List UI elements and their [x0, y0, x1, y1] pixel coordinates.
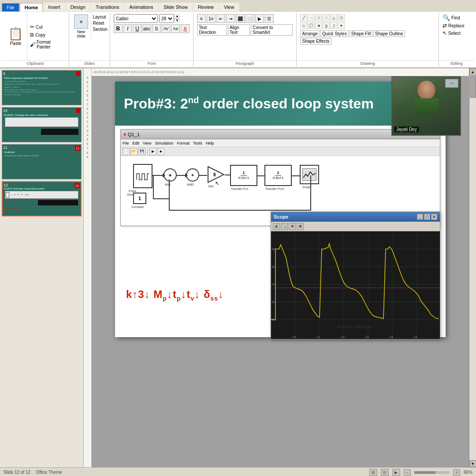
replace-button[interactable]: ⇄ Replace: [443, 22, 471, 29]
shape-line[interactable]: ╱: [300, 14, 307, 21]
zoom-in-button[interactable]: +: [453, 469, 460, 476]
sim-menu-simulation[interactable]: Simulation: [155, 141, 173, 145]
shape-rect[interactable]: □: [315, 14, 322, 21]
align-left-button[interactable]: ⬛: [236, 14, 245, 23]
sim-tb-save[interactable]: 💾: [138, 148, 145, 155]
decrease-indent-button[interactable]: ⇤: [216, 14, 225, 23]
scope-minimize-button[interactable]: _: [417, 214, 423, 220]
slide-canvas-area: Prob#3: 2nd order closed loop system 12 …: [92, 76, 469, 467]
shape-arrow[interactable]: →: [308, 14, 315, 21]
tab-review[interactable]: Review: [193, 3, 219, 11]
scope-tb-autoscale[interactable]: ⊞: [297, 223, 304, 230]
quick-styles-button[interactable]: Quick Styles: [320, 30, 349, 37]
convert-smartart-button[interactable]: Convert to SmartArt: [251, 24, 293, 36]
shape-callout[interactable]: 💬: [308, 22, 315, 29]
bullet-list-button[interactable]: ≡: [197, 14, 206, 23]
shape-oval[interactable]: ○: [323, 14, 330, 21]
align-right-button[interactable]: ▶: [255, 14, 264, 23]
paste-button[interactable]: 📋 Paste: [4, 13, 27, 60]
shape-fill-button[interactable]: Shape Fill: [350, 30, 372, 37]
block-add: +: [164, 168, 177, 182]
sim-tb-open[interactable]: 📂: [130, 148, 138, 155]
justify-button[interactable]: ☰: [265, 14, 274, 23]
numbered-list-button[interactable]: 1≡: [207, 14, 216, 23]
tab-slideshow[interactable]: Slide Show: [159, 3, 193, 11]
view-slide-sorter-button[interactable]: ⊟: [381, 469, 389, 476]
status-bar: Slide 12 of 12 Office Theme ⊞ ⊟ ▶ − + 66…: [0, 467, 476, 476]
slide-thumb-10[interactable]: 10 Prob#2: Change the time constants: [2, 107, 82, 142]
sim-tb-new[interactable]: 📄: [123, 148, 130, 155]
status-right: ⊞ ⊟ ▶ − + 66%: [369, 469, 472, 476]
find-button[interactable]: 🔍 Find: [443, 14, 471, 21]
align-center-button[interactable]: ⬜: [245, 14, 254, 23]
tab-file[interactable]: File: [2, 3, 19, 11]
layout-button[interactable]: Layout: [93, 15, 108, 19]
shape-diamond[interactable]: ◇: [300, 22, 307, 29]
font-color-button[interactable]: A: [181, 24, 190, 33]
tab-transitions[interactable]: Transitions: [91, 3, 124, 11]
view-normal-button[interactable]: ⊞: [369, 469, 377, 476]
select-button[interactable]: ↖ Select: [443, 30, 471, 36]
align-text-button[interactable]: Align Text: [228, 24, 250, 36]
font-size-decrease[interactable]: ▼: [175, 19, 180, 23]
shape-curve[interactable]: ∫: [330, 22, 337, 29]
sim-menu-format[interactable]: Format: [177, 141, 190, 145]
view-reading-button[interactable]: ▶: [392, 469, 400, 476]
sim-menu-tools[interactable]: Tools: [193, 141, 202, 145]
italic-button[interactable]: I: [123, 24, 132, 33]
shape-bracket[interactable]: {}: [323, 22, 330, 29]
scope-close-button[interactable]: ✕: [431, 214, 437, 220]
sim-tb-run[interactable]: ▶: [149, 148, 156, 155]
shape-outline-button[interactable]: Shape Outline: [373, 30, 405, 37]
scroll-thumb[interactable]: [470, 76, 476, 98]
zoom-out-button[interactable]: −: [404, 469, 411, 476]
slide-thumb-11[interactable]: 11 11 Analysis • Repeat the same steps a…: [2, 144, 82, 179]
scroll-up-button[interactable]: ▲: [469, 68, 476, 75]
sim-menu-help[interactable]: Help: [206, 141, 214, 145]
sim-menu-view[interactable]: View: [143, 141, 151, 145]
slide-thumb-9[interactable]: 9 Time response analysis for Prob#1 • Us…: [2, 70, 82, 105]
tab-insert[interactable]: Insert: [43, 3, 65, 11]
section-button[interactable]: Section: [93, 27, 108, 32]
format-painter-button[interactable]: 🖌 Format Painter: [29, 39, 66, 50]
tab-view[interactable]: View: [219, 3, 239, 11]
increase-indent-button[interactable]: ⇥: [226, 14, 235, 23]
copy-button[interactable]: ⧉ Copy: [29, 31, 66, 38]
sim-menu-edit[interactable]: Edit: [133, 141, 140, 145]
text-direction-button[interactable]: Text Direction: [197, 24, 227, 36]
sim-menu-file[interactable]: File: [123, 141, 129, 145]
font-size-select[interactable]: 28: [159, 14, 174, 23]
shape-pentagon[interactable]: ⬠: [338, 14, 345, 21]
underline-button[interactable]: U: [133, 24, 141, 33]
bold-button[interactable]: B: [114, 24, 123, 33]
slide-thumb-12[interactable]: 12 12 Prob#3: 2nd order closed loop syst…: [2, 181, 82, 216]
horizontal-ruler: 16·15·14·13·12·11·10·9·8·7·6·5·4·3·2·1·0…: [92, 68, 469, 76]
tab-home[interactable]: Home: [20, 3, 43, 11]
scope-tb-params[interactable]: ⚙: [289, 223, 296, 230]
cut-button[interactable]: ✂ Cut: [29, 23, 66, 30]
shape-effects-button[interactable]: Shape Effects: [300, 38, 331, 45]
new-slide-button[interactable]: + New Slide: [72, 13, 91, 40]
reset-button[interactable]: Reset: [93, 21, 108, 26]
font-group-label: Font: [110, 60, 193, 66]
scroll-down-button[interactable]: ▼: [469, 460, 476, 467]
strikethrough-button[interactable]: abc: [142, 24, 151, 33]
font-family-select[interactable]: Calibri: [114, 14, 158, 23]
zoom-slider[interactable]: [414, 471, 450, 474]
ribbon: File Home Insert Design Transitions Anim…: [0, 0, 476, 68]
sim-tb-stop[interactable]: ■: [157, 148, 164, 155]
tab-animations[interactable]: Animations: [124, 3, 158, 11]
case-button[interactable]: Aa: [171, 24, 180, 33]
shape-misc[interactable]: ✦: [338, 22, 345, 29]
shape-triangle[interactable]: △: [330, 14, 337, 21]
scope-maximize-button[interactable]: □: [424, 214, 430, 220]
shape-star[interactable]: ★: [315, 22, 322, 29]
paste-label: Paste: [10, 41, 22, 46]
scope-tb-zoom[interactable]: 🔍: [281, 223, 288, 230]
tab-design[interactable]: Design: [66, 3, 90, 11]
arrange-button[interactable]: Arrange: [300, 30, 320, 37]
shadow-button[interactable]: S: [152, 24, 161, 33]
spacing-button[interactable]: AV: [162, 24, 171, 33]
font-size-increase[interactable]: ▲: [175, 14, 180, 19]
scope-tb-print[interactable]: 🖨: [273, 223, 280, 230]
